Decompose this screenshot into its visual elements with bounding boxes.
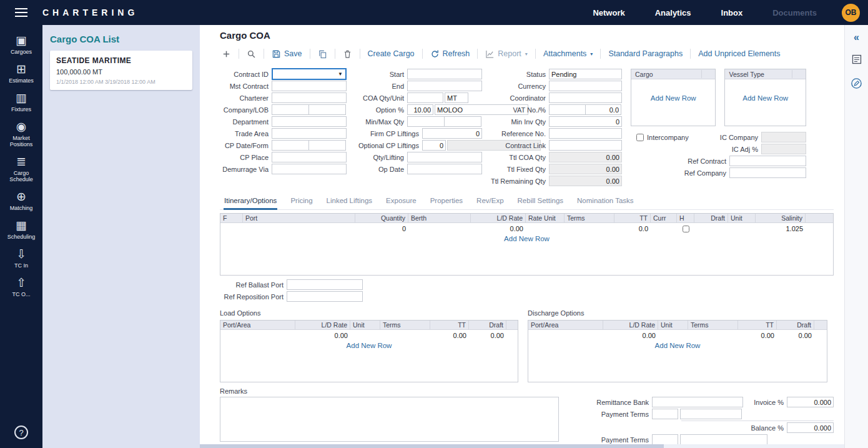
ref-company-input[interactable] (729, 167, 806, 178)
tab-nomination-tasks[interactable]: Nomination Tasks (576, 195, 634, 209)
add-button[interactable] (220, 48, 233, 60)
company-input[interactable] (272, 104, 309, 115)
lob-input[interactable] (308, 104, 346, 115)
charterer-input[interactable] (272, 92, 347, 103)
ref-reposition-port-input[interactable] (287, 291, 363, 302)
search-button[interactable] (245, 48, 258, 60)
sidebar-item-scheduling[interactable]: ▦ Scheduling (0, 219, 42, 240)
demurrage-via-input[interactable] (272, 164, 347, 174)
contract-id-select[interactable]: ▼ (272, 68, 347, 80)
field-label: Option % (354, 106, 404, 114)
save-button[interactable]: Save (270, 48, 304, 60)
sidebar-item-cargo-schedule[interactable]: ≣ Cargo Schedule (0, 155, 42, 182)
compose-notes-icon[interactable] (851, 77, 862, 91)
ref-contract-input[interactable] (729, 156, 806, 166)
h-checkbox[interactable] (683, 226, 689, 232)
help-icon[interactable]: ? (14, 426, 28, 439)
itinerary-row[interactable]: 0 0.00 0.0 1.025 (220, 223, 833, 234)
currency-input[interactable] (549, 81, 622, 91)
cp-form-input[interactable] (308, 140, 346, 151)
remarks-textarea[interactable] (220, 397, 559, 442)
trade-area-input[interactable] (272, 128, 347, 139)
itinerary-add-new-row-link[interactable]: Add New Row (220, 235, 833, 242)
sidebar-item-tc-in[interactable]: ⇩ TC In (0, 247, 42, 269)
tab-exposure[interactable]: Exposure (385, 195, 417, 209)
vat-no-input[interactable] (549, 104, 586, 115)
load-options-add-new-row-link[interactable]: Add New Row (220, 342, 518, 349)
refresh-button[interactable]: Refresh (428, 48, 472, 60)
cp-date-input[interactable] (272, 140, 309, 151)
sidebar-item-fixtures[interactable]: ▥ Fixtures (0, 91, 42, 112)
sidebar-item-market-positions[interactable]: ◉ Market Positions (0, 120, 42, 147)
min-qty-input[interactable] (407, 116, 445, 127)
optional-cp-liftings-input[interactable] (422, 140, 446, 151)
standard-paragraphs-button[interactable]: Standard Paragraphs (606, 48, 684, 59)
max-qty-input[interactable] (444, 116, 481, 127)
discharge-options-row[interactable]: 0.00 0.00 0.00 (528, 330, 827, 341)
payment-terms2-desc-input[interactable] (680, 434, 767, 445)
op-date-input[interactable] (407, 164, 482, 174)
tab-itinerary-options[interactable]: Itinerary/Options (224, 195, 277, 210)
horizontal-scrollbar[interactable] (200, 444, 844, 448)
qty-lifting-input[interactable] (407, 152, 482, 162)
coa-list-item[interactable]: SEATIDE MARITIME 100,000.00 MT 1/1/2018 … (50, 51, 192, 90)
coordinator-input[interactable] (549, 92, 622, 103)
attachments-menu-button[interactable]: Attachments ▾ (541, 48, 595, 59)
form-view-icon[interactable] (851, 54, 862, 66)
contract-link-input[interactable] (549, 140, 622, 151)
tab-rebill-settings[interactable]: Rebill Settings (517, 195, 565, 209)
load-options-row[interactable]: 0.00 0.00 0.00 (220, 330, 518, 341)
column-header-filler (506, 321, 518, 329)
reference-no-input[interactable] (549, 128, 622, 139)
tab-linked-liftings[interactable]: Linked Liftings (326, 195, 373, 209)
sidebar-item-estimates[interactable]: ⊞ Estimates (0, 62, 42, 84)
start-input[interactable] (407, 69, 482, 79)
coa-list-title: Cargo COA List (50, 34, 192, 44)
create-cargo-button[interactable]: Create Cargo (366, 48, 417, 59)
nav-documents[interactable]: Documents (772, 8, 817, 17)
ref-ballast-port-input[interactable] (287, 279, 363, 290)
tab-pricing[interactable]: Pricing (290, 195, 313, 209)
tab-rev-exp[interactable]: Rev/Exp (476, 195, 504, 209)
standard-paragraphs-label: Standard Paragraphs (608, 49, 683, 58)
add-unpriced-elements-button[interactable]: Add Unpriced Elements (696, 48, 782, 59)
tab-properties[interactable]: Properties (430, 195, 463, 209)
sidebar-item-tc-out[interactable]: ⇧ TC O... (0, 276, 42, 297)
user-avatar[interactable]: OB (842, 4, 860, 22)
coa-qty-input[interactable] (407, 92, 443, 103)
copy-button[interactable] (316, 48, 329, 60)
collapse-panel-icon[interactable]: « (854, 32, 859, 42)
payment-terms-code-input[interactable] (652, 409, 678, 419)
remittance-bank-input[interactable] (652, 397, 743, 407)
payment-terms-desc-input[interactable] (680, 409, 742, 419)
field-label: CP Place (220, 154, 269, 161)
report-menu-button[interactable]: Report ▾ (483, 48, 530, 60)
fixtures-icon: ▥ (16, 91, 27, 104)
coa-unit-input[interactable] (445, 92, 468, 103)
cargo-add-new-row-link[interactable]: Add New Row (631, 94, 715, 102)
sidebar-item-matching[interactable]: ⊕ Matching (0, 190, 42, 211)
department-input[interactable] (272, 116, 347, 127)
cp-place-input[interactable] (272, 152, 347, 162)
discharge-options-add-new-row-link[interactable]: Add New Row (528, 342, 827, 349)
column-header: TT (430, 321, 469, 329)
nav-network[interactable]: Network (593, 8, 624, 17)
option-percent-input[interactable] (407, 104, 433, 115)
firm-cp-liftings-input[interactable] (422, 128, 482, 139)
end-input[interactable] (407, 81, 482, 91)
intercompany-checkbox[interactable] (636, 134, 644, 141)
delete-button[interactable] (341, 48, 354, 60)
balance-percent-input[interactable] (787, 422, 834, 433)
status-input[interactable] (549, 69, 622, 79)
hamburger-menu-icon[interactable] (0, 0, 42, 25)
invoice-percent-input[interactable] (787, 397, 834, 407)
vat-percent-input[interactable] (585, 104, 622, 115)
mst-contract-input[interactable] (272, 81, 347, 91)
min-inv-qty-input[interactable] (549, 116, 622, 127)
scrollbar-thumb[interactable] (200, 444, 664, 448)
nav-analytics[interactable]: Analytics (655, 8, 691, 17)
vessel-type-add-new-row-link[interactable]: Add New Row (725, 94, 806, 102)
sidebar-item-cargoes[interactable]: ▣ Cargoes (0, 34, 42, 55)
nav-inbox[interactable]: Inbox (721, 8, 743, 17)
payment-terms2-code-input[interactable] (652, 434, 678, 445)
